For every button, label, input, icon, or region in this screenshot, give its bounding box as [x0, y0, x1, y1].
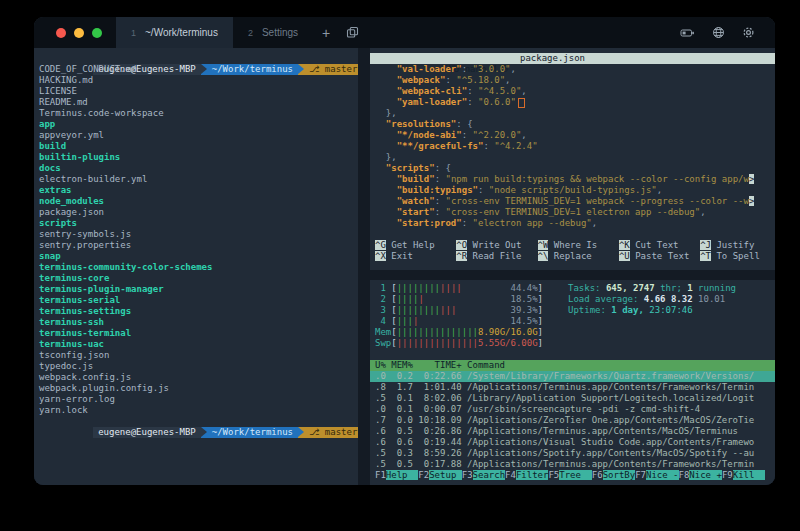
term-segment: ,	[657, 185, 662, 195]
title-bar[interactable]: 1 ~/Work/terminus 2 Settings +	[34, 17, 775, 48]
nano-code-line: "build": "npm run build:typings && webpa…	[375, 174, 775, 185]
fkey-number: F8	[679, 470, 690, 480]
term-segment	[375, 97, 397, 107]
fkey-action[interactable]: Filter	[516, 470, 549, 480]
process-row[interactable]: .8 1.7 1:01.40 /Applications/Terminus.ap…	[375, 382, 775, 393]
minimize-button[interactable]	[74, 28, 84, 38]
gear-icon[interactable]	[742, 26, 755, 39]
nano-code-line: "resolutions": {	[375, 119, 775, 130]
nano-code-line: "webpack": "^5.18.0",	[375, 75, 775, 86]
term-segment: "webpack"	[397, 75, 446, 85]
fkey-number: F7	[635, 470, 646, 480]
term-segment: Uptime:	[568, 305, 611, 315]
term-segment: :	[478, 185, 489, 195]
nano-code-line: "*/node-abi": "^2.20.0",	[375, 130, 775, 141]
term-segment: "^4.2.4"	[494, 141, 537, 151]
nano-code-line: "start:prod": "electron app --debug",	[375, 218, 775, 229]
file-list-file: sentry-symbols.js	[39, 229, 358, 240]
process-row[interactable]: .5 0.3 8:59.26 /Applications/Spotify.app…	[375, 448, 775, 459]
file-list-file: tsconfig.json	[39, 350, 358, 361]
file-list-directory: builtin-plugins	[39, 152, 358, 163]
file-list-file: yarn-error.log	[39, 394, 358, 405]
file-list-directory: terminus-settings	[39, 306, 358, 317]
file-list-file: package.json	[39, 207, 358, 218]
term-segment: ^K	[619, 240, 630, 250]
file-list-directory: docs	[39, 163, 358, 174]
process-row[interactable]: .7 0.0 10:18.09 /Applications/ZeroTier O…	[375, 415, 775, 426]
file-list-directory: terminus-ssh	[39, 317, 358, 328]
process-table-header[interactable]: U% MEM% TIME+ Command	[370, 360, 775, 371]
battery-icon[interactable]	[680, 27, 695, 39]
file-list-directory: terminus-terminal	[39, 328, 358, 339]
term-segment	[375, 218, 397, 228]
prompt-line[interactable]: eugene@Eugenes-MBP~/Work/terminus⎇ maste…	[39, 416, 358, 427]
term-segment: terminus-plugin-manager	[39, 284, 164, 294]
pane-divider-horizontal[interactable]	[370, 270, 775, 280]
close-button[interactable]	[56, 28, 66, 38]
fkey-number: F6	[592, 470, 603, 480]
htop-tasks-info: Tasks: 645, 2747 thr; 1 runningLoad aver…	[568, 283, 736, 316]
term-segment: tsconfig.json	[39, 350, 109, 360]
term-segment: "watch"	[397, 196, 435, 206]
term-segment: ||||||||	[397, 283, 440, 293]
term-segment: ||||	[397, 294, 419, 304]
file-list-directory: extras	[39, 185, 358, 196]
fkey-action[interactable]: Nice -	[646, 470, 679, 480]
term-segment: "node scripts/build-typings.js"	[489, 185, 657, 195]
terminal-pane-htop[interactable]: 1 [|||||||||||| 44.4%] 2 [||||| 18.5%] 3…	[370, 280, 775, 485]
htop-meter-line: Mem[|||||||||||||||8.90G/16.0G]	[375, 327, 775, 338]
term-segment: "yaml-loader"	[397, 97, 467, 107]
pane-divider-vertical[interactable]	[358, 48, 370, 485]
term-segment: Exit	[386, 251, 456, 261]
term-segment: |||	[440, 305, 456, 315]
new-tab-button[interactable]: +	[313, 17, 339, 48]
term-segment: 2	[375, 294, 391, 304]
file-list-directory: app	[39, 119, 358, 130]
tab-work-terminus[interactable]: 1 ~/Work/terminus	[116, 17, 233, 48]
process-row[interactable]: .5 0.5 0:17.88 /Applications/Terminus.ap…	[375, 459, 775, 470]
process-row[interactable]: .5 0.1 8:02.06 /Library/Application Supp…	[375, 393, 775, 404]
fkey-number: F5	[548, 470, 559, 480]
term-segment: :	[435, 207, 446, 217]
nano-code-line: "scripts": {	[375, 163, 775, 174]
tab-index: 1	[131, 28, 136, 38]
term-segment: },	[375, 108, 397, 118]
process-row[interactable]: .6 0.6 0:19.44 /Applications/Visual Stud…	[375, 437, 775, 448]
file-list-file: LICENSE	[39, 86, 358, 97]
term-segment	[375, 141, 397, 151]
nano-shortcut-bar: ^G Get Help ^O Write Out ^W Where Is ^K …	[375, 240, 775, 262]
fkey-action[interactable]: Tree	[559, 470, 592, 480]
globe-icon[interactable]	[712, 26, 725, 39]
fkey-action[interactable]: Nice +	[689, 470, 722, 480]
term-segment: 14.5%	[511, 316, 538, 326]
nano-code-line: "**/graceful-fs": "^4.2.4"	[375, 141, 775, 152]
zoom-button[interactable]	[92, 28, 102, 38]
term-segment: docs	[39, 163, 61, 173]
term-segment: "*/node-abi"	[397, 130, 462, 140]
term-segment: package.json	[39, 207, 104, 217]
fkey-action[interactable]: Search	[473, 470, 506, 480]
fkey-action[interactable]: Help	[386, 470, 419, 480]
file-list-file: webpack.plugin.config.js	[39, 383, 358, 394]
split-pane-icon[interactable]	[339, 17, 365, 48]
nano-code-line: "build:typings": "node scripts/build-typ…	[375, 185, 775, 196]
terminal-pane-shell[interactable]: eugene@Eugenes-MBP~/Work/terminus⎇ maste…	[34, 48, 358, 485]
file-list-directory: terminus-core	[39, 273, 358, 284]
fkey-action[interactable]: Setup	[429, 470, 462, 480]
fkey-action[interactable]: Kill	[733, 470, 766, 480]
terminal-pane-nano[interactable]: GNU nano 4.5 package.json "val-loader": …	[370, 48, 775, 270]
term-segment: 4	[375, 316, 391, 326]
file-list-directory: node_modules	[39, 196, 358, 207]
fkey-action[interactable]: SortBy	[603, 470, 636, 480]
process-row[interactable]: .0 0.2 0:22.66 /System/Library/Framework…	[370, 371, 775, 382]
process-row[interactable]: .0 0.1 0:00.07 /usr/sbin/screencapture -…	[375, 404, 775, 415]
nano-code-line: },	[375, 152, 775, 163]
term-segment: Paste Text	[630, 251, 700, 261]
process-row[interactable]: .6 0.5 0:26.86 /Applications/Terminus.ap…	[375, 426, 775, 437]
term-segment: "cross-env TERMINUS_DEV=1 webpack --prog…	[445, 196, 748, 206]
term-segment: 44.4%	[511, 283, 538, 293]
traffic-lights	[34, 17, 116, 48]
term-segment: Where Is	[548, 240, 618, 250]
tab-settings[interactable]: 2 Settings	[233, 17, 313, 48]
file-list-directory: terminus-uac	[39, 339, 358, 350]
